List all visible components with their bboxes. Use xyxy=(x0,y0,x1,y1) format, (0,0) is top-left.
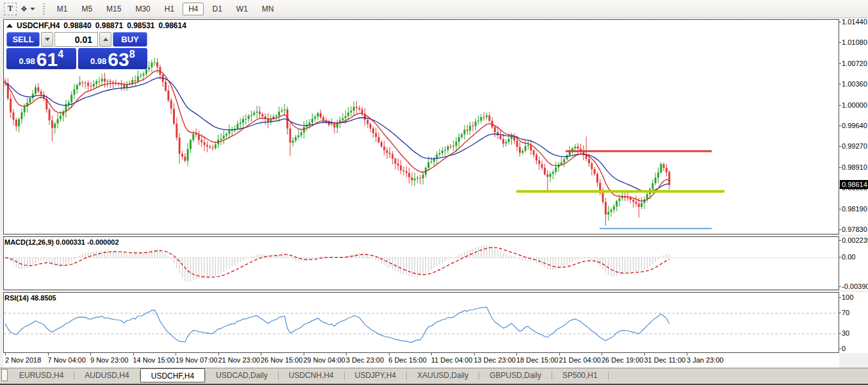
macd-axis-label: -0.003901 xyxy=(842,283,868,290)
current-price-tag: 0.98614 xyxy=(840,180,868,189)
rsi-axis-label: 70 xyxy=(842,309,849,316)
triangle-up-icon xyxy=(103,38,108,41)
timeframe-d1[interactable]: D1 xyxy=(206,3,227,15)
timeframe-h4[interactable]: H4 xyxy=(183,3,204,15)
timeframe-m30[interactable]: M30 xyxy=(129,3,156,15)
buy-price-display[interactable]: 0.98 63 8 xyxy=(78,48,148,69)
macd-chart xyxy=(4,237,839,290)
date-axis-label: 9 Nov 23:00 xyxy=(90,356,128,364)
date-axis-label: 18 Dec 15:00 xyxy=(516,356,558,364)
price-axis-label: 1.00000 xyxy=(842,101,867,109)
buy-button[interactable]: BUY xyxy=(113,32,147,47)
tab-separator xyxy=(608,372,609,380)
chart-tab-sp500-h1[interactable]: SP500,H1 xyxy=(552,369,608,381)
buy-price-big: 63 xyxy=(108,51,129,68)
lot-increase-button[interactable] xyxy=(99,32,111,47)
text-tool-button[interactable]: T xyxy=(4,3,17,15)
macd-value-main: 0.000331 xyxy=(56,238,85,246)
macd-panel[interactable] xyxy=(3,236,839,290)
chart-tab-usdchf-h4[interactable]: USDCHF,H4 xyxy=(140,368,205,382)
sell-price-display[interactable]: 0.98 61 4 xyxy=(6,48,76,69)
indicators-icon: ❖ xyxy=(20,4,28,13)
sell-button[interactable]: SELL xyxy=(6,32,40,47)
macd-axis-label: 0.002239 xyxy=(842,236,868,244)
date-axis[interactable]: 2 Nov 20187 Nov 04:009 Nov 23:0014 Nov 1… xyxy=(3,353,839,368)
chart-tab-usdcnh-h4[interactable]: USDCNH,H4 xyxy=(279,369,344,381)
lot-size-input[interactable]: 0.01 xyxy=(54,32,98,47)
ohlc-high: 0.98871 xyxy=(95,21,123,30)
chevron-down-icon xyxy=(30,8,35,10)
timeframe-mn[interactable]: MN xyxy=(256,3,280,15)
triangle-down-icon xyxy=(45,38,50,41)
price-axis[interactable]: 1.014401.010801.007201.003601.000000.996… xyxy=(839,19,868,234)
price-axis-label: 0.98190 xyxy=(842,205,867,213)
toolbar-grip[interactable] xyxy=(43,3,45,15)
price-axis-label: 1.01440 xyxy=(842,18,867,26)
price-axis-label: 1.01080 xyxy=(842,38,867,46)
chart-tabs-bar: EURUSD,H4AUDUSD,H4USDCHF,H4USDCAD,DailyU… xyxy=(0,368,868,385)
price-axis-label: 1.00720 xyxy=(842,60,867,67)
macd-value-signal: -0.000002 xyxy=(87,238,119,246)
date-axis-label: 29 Nov 04:00 xyxy=(304,356,345,364)
date-axis-label: 21 Dec 04:00 xyxy=(559,356,601,364)
sell-price-sup: 4 xyxy=(58,49,63,60)
chart-tab-audusd-h4[interactable]: AUDUSD,H4 xyxy=(74,369,139,381)
chart-tab-gbpusd-daily[interactable]: GBPUSD,Daily xyxy=(479,369,552,381)
date-axis-label: 19 Nov 07:00 xyxy=(176,356,217,364)
timeframe-m15[interactable]: M15 xyxy=(101,3,127,15)
rsi-axis-label: 30 xyxy=(842,329,849,337)
price-axis-label: 0.97830 xyxy=(842,225,867,233)
date-axis-label: 7 Nov 04:00 xyxy=(48,356,86,364)
text-tool-label: T xyxy=(8,4,13,13)
price-axis-label: 0.98910 xyxy=(842,163,867,171)
one-click-trading-panel: SELL 0.01 BUY 0.98 61 4 0.98 63 8 xyxy=(6,32,147,69)
chart-tab-usdcad-daily[interactable]: USDCAD,Daily xyxy=(206,369,278,381)
chart-tab-eurusd-h4[interactable]: EURUSD,H4 xyxy=(9,369,74,381)
chart-title: USDCHF,H4 0.98840 0.98871 0.98531 0.9861… xyxy=(6,21,186,30)
rsi-label: RSI(14) 48.8505 xyxy=(4,294,56,302)
date-axis-label: 26 Dec 19:00 xyxy=(602,356,643,364)
rsi-chart xyxy=(4,293,839,352)
date-axis-label: 21 Nov 23:00 xyxy=(218,356,260,364)
date-axis-label: 31 Dec 11:00 xyxy=(644,356,686,364)
timeframe-m5[interactable]: M5 xyxy=(76,3,98,15)
timeframe-w1[interactable]: W1 xyxy=(231,3,254,15)
chart-tab-usdjpy-h4[interactable]: USDJPY,H4 xyxy=(345,369,406,381)
date-axis-label: 2 Nov 2018 xyxy=(5,356,41,364)
ohlc-open: 0.98840 xyxy=(63,21,91,30)
tab-stub[interactable] xyxy=(1,369,8,381)
date-axis-label: 3 Jan 23:00 xyxy=(687,356,724,364)
collapse-trade-panel-icon[interactable] xyxy=(6,24,13,28)
timeframe-m1[interactable]: M1 xyxy=(51,3,74,15)
sell-price-prefix: 0.98 xyxy=(19,56,35,66)
price-axis-label: 1.00360 xyxy=(842,80,867,88)
rsi-axis-label: 0 xyxy=(842,345,846,352)
rsi-axis: 10070300 xyxy=(839,292,868,353)
macd-label: MACD(12,26,9) 0.000331 -0.000002 xyxy=(4,238,119,246)
macd-axis: 0.0022390.00-0.003901 xyxy=(839,236,868,290)
macd-axis-label: 0.00 xyxy=(842,253,855,261)
timeframe-h1[interactable]: H1 xyxy=(159,3,180,15)
sell-price-big: 61 xyxy=(37,51,58,68)
price-axis-label: 0.99270 xyxy=(842,142,867,150)
timeframe-group: M1M5M15M30H1H4D1W1MN xyxy=(50,0,281,18)
toolbar: T ❖ M1M5M15M30H1H4D1W1MN xyxy=(0,0,868,18)
date-axis-label: 3 Dec 23:00 xyxy=(346,356,384,364)
ohlc-low: 0.98531 xyxy=(127,21,154,30)
rsi-axis-label: 100 xyxy=(842,293,853,301)
indicators-button[interactable]: ❖ xyxy=(20,3,35,15)
chart-tab-xauusd-daily[interactable]: XAUUSD,Daily xyxy=(407,369,479,381)
date-axis-label: 6 Dec 15:00 xyxy=(389,356,427,364)
price-axis-label: 0.99640 xyxy=(842,122,867,129)
date-axis-label: 14 Nov 15:00 xyxy=(133,356,175,364)
buy-price-sup: 8 xyxy=(129,49,135,60)
date-axis-label: 11 Dec 04:00 xyxy=(431,356,473,364)
rsi-panel[interactable] xyxy=(3,292,839,353)
ohlc-close: 0.98614 xyxy=(159,21,186,30)
mt4-window: T ❖ M1M5M15M30H1H4D1W1MN USDCHF,H4 0.988… xyxy=(0,0,868,385)
date-axis-label: 26 Nov 15:00 xyxy=(261,356,302,364)
buy-price-prefix: 0.98 xyxy=(90,56,106,66)
lot-decrease-button[interactable] xyxy=(41,32,53,47)
rsi-value: 48.8505 xyxy=(31,294,56,302)
symbol-label: USDCHF,H4 xyxy=(17,21,60,30)
